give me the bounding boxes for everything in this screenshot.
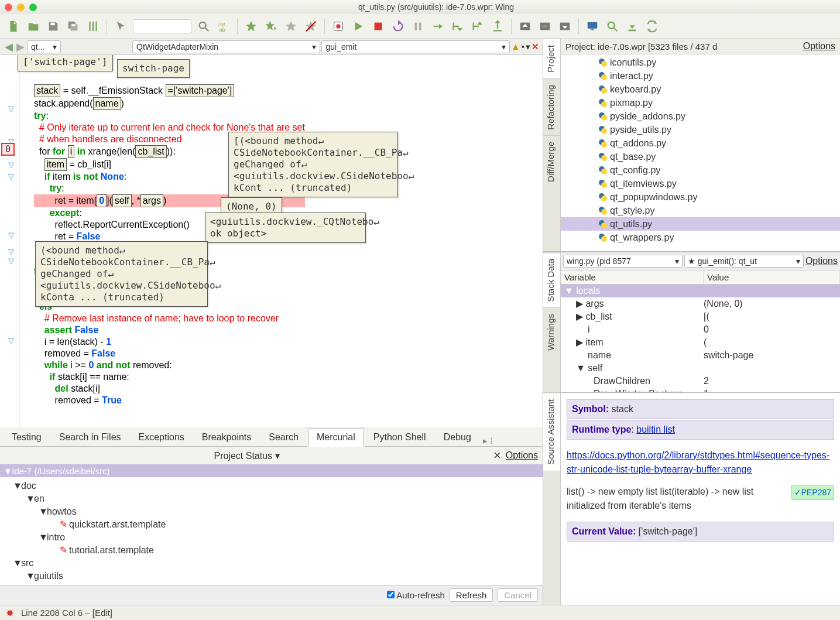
project-file[interactable]: interact.py — [561, 69, 840, 83]
frame-up-icon[interactable] — [517, 19, 533, 34]
stack-data-grid[interactable]: ▼ locals▶ args(None, 0)▶ cb_list[(i0▶ it… — [561, 285, 840, 392]
nav-back[interactable]: ◀ — [4, 40, 14, 53]
project-file[interactable]: pyside_utils.py — [561, 123, 840, 136]
bookmark-icon[interactable] — [244, 19, 259, 34]
options-chevron-icon[interactable]: ▾ — [526, 42, 530, 52]
stack-row[interactable]: ▼ locals — [561, 285, 840, 297]
download-icon[interactable] — [625, 19, 640, 34]
bookmark-add-icon[interactable] — [283, 19, 299, 34]
stack-row[interactable]: ▶ item( — [561, 336, 840, 349]
stack-row[interactable]: DrawChildren2 — [561, 375, 840, 388]
function-selector[interactable]: gui_emit ▾ — [321, 40, 509, 53]
search-icon[interactable] — [196, 19, 211, 34]
process-selector[interactable]: wing.py (pid 8577▾ — [563, 255, 683, 268]
frame-down-icon[interactable] — [557, 19, 572, 34]
side-tab-diffmerge[interactable]: Diff/Merge — [543, 135, 560, 188]
project-file[interactable]: keyboard.py — [561, 83, 840, 96]
stack-row[interactable]: i0 — [561, 323, 840, 336]
diff-icon[interactable] — [85, 19, 101, 34]
project-file[interactable]: qt_popupwindows.py — [561, 190, 840, 204]
nav-fwd[interactable]: ▶ — [15, 40, 26, 53]
project-status-label[interactable]: Project Status ▾ — [5, 450, 489, 461]
step-over-icon[interactable] — [450, 19, 465, 34]
open-folder-icon[interactable] — [26, 19, 41, 34]
cursor-icon[interactable] — [113, 19, 128, 34]
close-editor-icon[interactable]: ✕ — [532, 42, 539, 52]
project-file[interactable]: pyside_addons.py — [561, 109, 840, 123]
tab-mercurial[interactable]: Mercurial — [308, 428, 364, 447]
project-file[interactable]: qt_addons.py — [561, 136, 840, 150]
restart-icon[interactable] — [390, 19, 406, 34]
code-editor[interactable]: ▽ ▽ ▽ ▽ ▽ ▽ ▽ ▽ 0 return False stack = s… — [0, 55, 543, 427]
tab-debug[interactable]: Debug — [436, 429, 479, 446]
side-tab-project[interactable]: Project — [543, 39, 560, 78]
minimize-window[interactable] — [17, 4, 25, 11]
toolbar-search-input[interactable] — [133, 19, 191, 33]
stop-icon[interactable] — [371, 19, 386, 34]
find-icon[interactable] — [605, 19, 620, 34]
docs-url-link[interactable]: https://docs.python.org/2/library/stdtyp… — [567, 448, 834, 477]
tabs-overflow-icon[interactable]: ▸ ⁞ — [483, 436, 493, 446]
record-icon[interactable] — [331, 19, 346, 34]
side-tab-warnings[interactable]: Warnings — [543, 307, 560, 357]
col-variable[interactable]: Variable — [561, 270, 704, 284]
bookmark-remove-icon[interactable] — [303, 19, 318, 34]
side-tab-source-assistant[interactable]: Source Assistant — [543, 393, 560, 471]
cancel-button[interactable]: Cancel — [498, 588, 538, 602]
pause-icon[interactable] — [410, 19, 426, 34]
tree-row[interactable]: ▼guiutils — [0, 570, 543, 583]
class-selector[interactable]: QtWidgetAdapterMixin ▾ — [132, 40, 320, 53]
project-file[interactable]: qt_style.py — [561, 204, 840, 217]
sync-icon[interactable] — [644, 19, 660, 34]
tab-python-shell[interactable]: Python Shell — [365, 429, 434, 446]
step-out-icon[interactable] — [470, 19, 485, 34]
project-file[interactable]: pixmap.py — [561, 96, 840, 109]
project-file[interactable]: qt_wrappers.py — [561, 231, 840, 244]
frame-selector[interactable]: ★ gui_emit(): qt_ut▾ — [684, 255, 804, 268]
tree-row[interactable]: ▼src — [0, 557, 543, 570]
project-file[interactable]: iconutils.py — [561, 56, 840, 69]
stack-row[interactable]: ▼ self — [561, 362, 840, 375]
replace-icon[interactable]: ABab — [216, 19, 231, 34]
step-into-icon[interactable] — [430, 19, 445, 34]
project-status-tree[interactable]: ▼doc▼en▼howtos✎quickstart.arst.template▼… — [0, 477, 543, 585]
project-options[interactable]: Options — [803, 41, 835, 52]
dot-menu-icon[interactable]: • — [522, 42, 524, 52]
side-tab-stack-data[interactable]: Stack Data — [543, 252, 560, 307]
stack-row[interactable]: ▶ cb_list[( — [561, 310, 840, 323]
save-all-icon[interactable] — [66, 19, 81, 34]
stack-row[interactable]: nameswitch-page — [561, 349, 840, 362]
project-file[interactable]: qt_itemviews.py — [561, 177, 840, 190]
tree-row[interactable]: ▼en — [0, 492, 543, 505]
stack-options[interactable]: Options — [805, 256, 838, 266]
side-tab-refactoring[interactable]: Refactoring — [543, 78, 560, 136]
file-selector[interactable]: qt... ▾ — [27, 40, 61, 53]
bug-icon[interactable] — [5, 608, 15, 618]
step-return-icon[interactable] — [490, 19, 505, 34]
zoom-window[interactable] — [29, 4, 37, 11]
tree-header[interactable]: ▼ ide-7 (/Users/sdeibel/src) — [0, 464, 543, 477]
project-file[interactable]: qt_config.py — [561, 163, 840, 177]
tree-row[interactable]: ✎tutorial.arst.template — [0, 544, 543, 557]
bookmark-next-icon[interactable] — [263, 19, 279, 34]
stack-row[interactable]: ▶ args(None, 0) — [561, 297, 840, 310]
project-file[interactable]: qt_utils.py — [561, 217, 840, 231]
close-window[interactable] — [5, 4, 12, 11]
new-file-icon[interactable] — [6, 19, 21, 34]
tab-exceptions[interactable]: Exceptions — [131, 429, 193, 446]
tree-row[interactable]: ▼howtos — [0, 505, 543, 518]
auto-refresh-checkbox[interactable]: Auto-refresh — [387, 590, 445, 600]
tab-search-in-files[interactable]: Search in Files — [51, 429, 129, 446]
monitor-icon[interactable] — [585, 19, 600, 34]
options-link[interactable]: Options — [506, 450, 538, 461]
runtime-type-link[interactable]: builtin list — [636, 424, 675, 434]
close-panel-icon[interactable]: × — [493, 448, 501, 463]
tab-testing[interactable]: Testing — [4, 429, 50, 446]
project-file-list[interactable]: iconutils.py interact.py keyboard.py pix… — [561, 54, 840, 251]
stack-row[interactable]: DrawWindowBackgro1 — [561, 388, 840, 392]
tab-breakpoints[interactable]: Breakpoints — [194, 429, 260, 446]
project-file[interactable]: qt_base.py — [561, 150, 840, 163]
tree-row[interactable]: ✎quickstart.arst.template — [0, 518, 543, 531]
run-icon[interactable] — [351, 19, 366, 34]
frame-menu-icon[interactable] — [537, 19, 553, 34]
